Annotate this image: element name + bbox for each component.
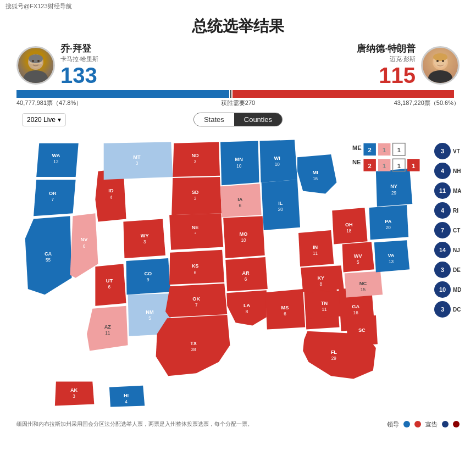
svg-point-4 xyxy=(32,60,34,62)
sidebar-item-DE: 3 DE xyxy=(434,262,467,278)
controls-wrapper: 2020 Live ▾ States Counties xyxy=(0,113,476,126)
dark-blue-dot xyxy=(442,421,449,427)
state-IA xyxy=(220,184,262,217)
candidates-row: 乔·拜登 卡马拉·哈里斯 133 唐纳德·特朗普 迈克·彭斯 115 xyxy=(0,39,476,90)
state-HI xyxy=(109,386,145,407)
state-FL xyxy=(303,331,376,379)
sidebar-item-MD: 10 MD xyxy=(434,281,467,298)
states-toggle[interactable]: States xyxy=(194,113,234,126)
footer: 缅因州和内布拉斯加州采用国会分区法分配选举人票，两票是入州整体投票选票，每个分配… xyxy=(0,417,476,432)
ne-label: NE xyxy=(352,159,361,165)
sidebar-item-NH: 4 NH xyxy=(434,163,467,179)
biden-avatar xyxy=(16,46,55,85)
bar-divider xyxy=(230,90,231,98)
svg-text:2: 2 xyxy=(368,147,372,153)
sidebar-states: 3 VT 4 NH 11 MA 4 RI 7 CT 14 NJ 3 DE 10 xyxy=(432,126,471,415)
svg-point-9 xyxy=(433,53,447,61)
state-ND xyxy=(173,142,220,177)
sidebar-item-CT: 7 CT xyxy=(434,222,467,238)
sidebar-item-VT: 3 VT xyxy=(434,143,467,159)
sidebar-item-DC: 3 DC xyxy=(434,301,467,318)
trump-avatar xyxy=(421,46,460,85)
svg-point-7 xyxy=(428,70,452,83)
sidebar-item-MA: 11 MA xyxy=(434,182,467,199)
footer-legend: 领导 宣告 xyxy=(387,420,460,429)
svg-point-10 xyxy=(436,60,439,62)
state-OK xyxy=(165,284,227,317)
state-AR xyxy=(225,257,268,291)
ct-circle: 7 xyxy=(434,222,451,238)
state-SD xyxy=(171,177,222,215)
svg-point-11 xyxy=(442,60,444,62)
state-NY xyxy=(376,169,412,207)
state-MO xyxy=(223,216,265,258)
state-KY xyxy=(301,265,344,292)
state-WA xyxy=(36,143,79,177)
state-OH xyxy=(332,208,367,244)
biden-bar xyxy=(16,90,229,98)
state-WY xyxy=(123,219,165,258)
dark-red-dot xyxy=(453,421,460,427)
me-label: ME xyxy=(352,145,362,151)
state-IN xyxy=(298,230,334,266)
sidebar-item-NJ: 14 NJ xyxy=(434,242,467,258)
biden-candidate: 乔·拜登 卡马拉·哈里斯 133 xyxy=(16,42,98,88)
sidebar-item-RI: 4 RI xyxy=(434,202,467,219)
state-UT xyxy=(95,264,126,306)
svg-text:1: 1 xyxy=(383,147,386,153)
ma-circle: 11 xyxy=(434,182,451,199)
ri-circle: 4 xyxy=(434,202,451,219)
page-title: 总统选举结果 xyxy=(0,13,476,39)
state-AK xyxy=(55,382,94,406)
map-container: WA 12 OR 7 CA 55 NV 6 ID 4 MT xyxy=(5,126,432,415)
trump-candidate: 唐纳德·特朗普 迈克·彭斯 115 xyxy=(357,42,460,88)
chevron-down-icon: ▾ xyxy=(58,116,61,124)
live-select[interactable]: 2020 Live ▾ xyxy=(22,113,66,126)
state-WV xyxy=(342,242,374,272)
svg-text:2: 2 xyxy=(368,163,372,169)
vt-circle: 3 xyxy=(434,143,451,159)
state-MT xyxy=(104,142,173,180)
state-OR xyxy=(34,180,76,216)
state-NV xyxy=(70,213,98,277)
state-PA xyxy=(369,205,408,240)
red-dot xyxy=(414,421,421,427)
progress-section: 40,777,981票（47.8%） 获胜需要270 43,187,220票（5… xyxy=(0,90,476,108)
svg-point-5 xyxy=(37,60,40,62)
dc-circle: 3 xyxy=(434,301,451,318)
svg-text:1: 1 xyxy=(397,147,401,153)
state-AZ xyxy=(87,306,128,351)
svg-text:1: 1 xyxy=(412,163,415,169)
trump-info: 唐纳德·特朗普 迈克·彭斯 115 xyxy=(357,42,416,88)
state-IL xyxy=(262,180,300,230)
md-circle: 10 xyxy=(434,281,451,298)
svg-text:1: 1 xyxy=(383,163,386,169)
nj-circle: 14 xyxy=(434,242,451,258)
state-MI xyxy=(297,154,336,193)
counties-toggle[interactable]: Counties xyxy=(234,113,282,126)
svg-point-1 xyxy=(24,70,48,83)
state-WI xyxy=(260,140,297,183)
view-toggle[interactable]: States Counties xyxy=(193,113,283,126)
trump-bar xyxy=(233,90,454,98)
us-map: WA 12 OR 7 CA 55 NV 6 ID 4 MT xyxy=(5,126,432,413)
blue-dot xyxy=(403,421,410,427)
state-LA xyxy=(226,290,266,325)
state-VA xyxy=(374,240,409,272)
state-CO xyxy=(126,258,171,295)
svg-point-3 xyxy=(29,54,43,63)
nh-circle: 4 xyxy=(434,163,451,179)
top-bar: 搜狐号@FX123财经导航 xyxy=(0,0,476,13)
state-CA xyxy=(25,216,72,295)
state-MS xyxy=(265,289,305,330)
vote-counts: 40,777,981票（47.8%） 获胜需要270 43,187,220票（5… xyxy=(16,98,460,108)
map-section: WA 12 OR 7 CA 55 NV 6 ID 4 MT xyxy=(0,126,476,415)
state-KS xyxy=(169,250,224,285)
state-NE xyxy=(169,213,223,249)
state-TX xyxy=(156,315,230,376)
de-circle: 3 xyxy=(434,262,451,278)
biden-info: 乔·拜登 卡马拉·哈里斯 133 xyxy=(60,42,98,88)
state-MN xyxy=(220,141,259,186)
progress-bar xyxy=(16,90,460,98)
svg-text:1: 1 xyxy=(397,163,401,169)
